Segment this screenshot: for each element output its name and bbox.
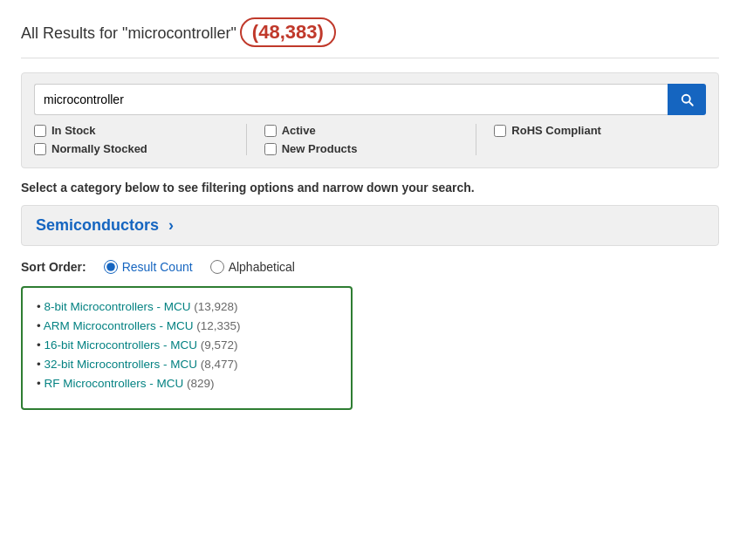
new-products-label: New Products — [282, 142, 358, 155]
category-link[interactable]: 16-bit Microcontrollers - MCU — [44, 338, 197, 352]
category-count: (13,928) — [191, 300, 238, 313]
title-text: All Results for "microcontroller" — [21, 24, 236, 42]
category-count: (829) — [183, 377, 214, 390]
sort-row: Sort Order: Result Count Alphabetical — [21, 260, 719, 274]
filter-normally-stocked[interactable]: Normally Stocked — [34, 142, 237, 155]
semiconductors-section: Semiconductors › — [21, 205, 719, 246]
filter-col-3: RoHS Compliant — [494, 124, 706, 137]
search-area: In Stock Normally Stocked Active New Pro… — [21, 72, 719, 168]
search-icon — [679, 92, 695, 107]
category-link[interactable]: RF Microcontrollers - MCU — [44, 377, 183, 390]
new-products-checkbox[interactable] — [264, 143, 277, 155]
sort-alphabetical-label: Alphabetical — [229, 260, 295, 274]
category-link[interactable]: 8-bit Microcontrollers - MCU — [44, 300, 190, 313]
filter-active[interactable]: Active — [264, 124, 468, 137]
filter-rohs[interactable]: RoHS Compliant — [494, 124, 697, 137]
page-title: All Results for "microcontroller"(48,383… — [21, 17, 719, 58]
semiconductors-label: Semiconductors — [36, 216, 159, 234]
filter-row: In Stock Normally Stocked Active New Pro… — [34, 124, 706, 155]
sort-alphabetical-radio[interactable] — [210, 260, 224, 274]
normally-stocked-label: Normally Stocked — [51, 142, 147, 155]
rohs-label: RoHS Compliant — [511, 124, 601, 137]
category-link[interactable]: ARM Microcontrollers - MCU — [44, 319, 194, 332]
category-count: (8,477) — [197, 358, 238, 371]
list-item: RF Microcontrollers - MCU (829) — [37, 377, 337, 390]
result-count-badge: (48,383) — [240, 17, 336, 47]
list-item: 8-bit Microcontrollers - MCU (13,928) — [37, 300, 337, 313]
sort-result-count[interactable]: Result Count — [104, 260, 193, 274]
active-label: Active — [282, 124, 316, 137]
list-item: ARM Microcontrollers - MCU (12,335) — [37, 319, 337, 332]
rohs-checkbox[interactable] — [494, 125, 506, 137]
filter-col-1: In Stock Normally Stocked — [34, 124, 247, 155]
semiconductors-link[interactable]: Semiconductors › — [36, 216, 174, 234]
category-count: (9,572) — [197, 338, 238, 352]
normally-stocked-checkbox[interactable] — [34, 143, 46, 155]
sort-result-count-radio[interactable] — [104, 260, 118, 274]
category-link[interactable]: 32-bit Microcontrollers - MCU — [44, 358, 197, 371]
search-row — [34, 84, 706, 115]
category-hint: Select a category below to see filtering… — [21, 181, 719, 195]
search-button[interactable] — [668, 84, 706, 115]
search-input[interactable] — [34, 84, 668, 115]
in-stock-label: In Stock — [51, 124, 96, 137]
filter-in-stock[interactable]: In Stock — [34, 124, 237, 137]
filter-new-products[interactable]: New Products — [264, 142, 468, 155]
sort-label: Sort Order: — [21, 260, 86, 274]
category-box: 8-bit Microcontrollers - MCU (13,928)ARM… — [21, 286, 353, 410]
category-list: 8-bit Microcontrollers - MCU (13,928)ARM… — [37, 300, 337, 390]
in-stock-checkbox[interactable] — [34, 125, 46, 137]
list-item: 32-bit Microcontrollers - MCU (8,477) — [37, 358, 337, 371]
active-checkbox[interactable] — [264, 125, 277, 137]
filter-col-2: Active New Products — [264, 124, 477, 155]
sort-alphabetical[interactable]: Alphabetical — [210, 260, 295, 274]
sort-result-count-label: Result Count — [122, 260, 193, 274]
list-item: 16-bit Microcontrollers - MCU (9,572) — [37, 338, 337, 352]
category-count: (12,335) — [194, 319, 241, 332]
semiconductors-chevron: › — [168, 216, 174, 234]
